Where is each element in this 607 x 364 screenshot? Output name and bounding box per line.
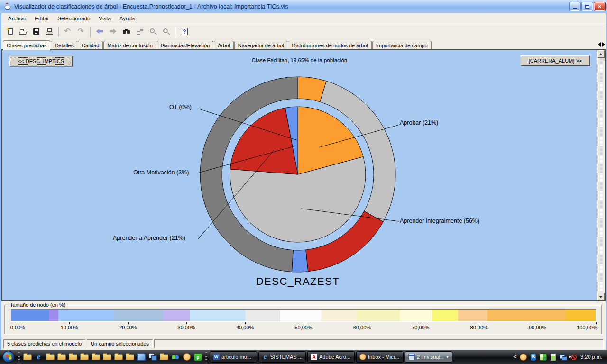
folder-quicklaunch-icon[interactable] (22, 351, 32, 363)
close-button[interactable]: × (594, 2, 605, 11)
new-button[interactable] (3, 26, 16, 38)
start-button[interactable] (2, 351, 15, 363)
zoom-in-button[interactable] (147, 26, 159, 38)
task-button-articulo-mo[interactable]: articulo mo... (210, 351, 257, 363)
mute-tray-icon[interactable] (569, 353, 577, 361)
zoom-out-button[interactable] (160, 26, 173, 38)
axis-tick-label: 20,00% (119, 325, 137, 330)
zoom-in-icon (148, 27, 158, 36)
ie-quicklaunch-icon[interactable] (34, 351, 44, 363)
folder-quicklaunch-icon[interactable] (113, 351, 123, 363)
axis-tick (421, 322, 421, 324)
menu-seleccionado[interactable]: Seleccionado (53, 14, 94, 23)
scale-segment (163, 310, 189, 321)
tab-clases-predichas[interactable]: Clases predichas (3, 40, 50, 49)
folder-quicklaunch-icon[interactable] (159, 351, 169, 363)
menu-archivo[interactable]: Archivo (4, 14, 30, 23)
toolbar-separator (58, 27, 59, 37)
hide-icons-chevron[interactable]: < (512, 354, 517, 360)
ie-icon (262, 354, 268, 360)
axis-tick (362, 322, 362, 324)
tab-navegador-de-arbol[interactable]: Navegador de árbol (234, 41, 288, 49)
back-button[interactable] (93, 26, 106, 38)
scrollbar-track[interactable] (597, 58, 605, 293)
quick-launch-handle[interactable] (18, 352, 20, 362)
scroll-down-icon[interactable] (597, 293, 605, 300)
taskband-handle[interactable] (205, 352, 207, 362)
tab-scroll-left-icon[interactable] (598, 42, 601, 47)
undo-button[interactable] (62, 26, 74, 38)
vertical-scrollbar[interactable] (597, 50, 605, 300)
print-button[interactable] (43, 26, 56, 38)
scale-segment (114, 310, 164, 321)
tab-bar: Clases predichasDetallesCalidadMatriz de… (1, 39, 606, 49)
forward-button[interactable] (107, 26, 120, 38)
axis-tick (596, 322, 597, 324)
tab-scroll-right-icon[interactable] (602, 42, 605, 47)
redo-button[interactable] (75, 26, 88, 38)
bluetooth-tray-icon[interactable] (529, 353, 537, 361)
node-size-title: Tamaño de nodo (en %) (8, 301, 67, 308)
tab-importancia-de-campo[interactable]: Importancia de campo (372, 41, 432, 49)
axis-tick-label: 10,00% (61, 325, 78, 330)
minimize-button[interactable] (570, 2, 580, 11)
tab-distribuciones-de-nodos-de-arbol[interactable]: Distribuciones de nodos de árbol (288, 41, 371, 49)
maximize-button[interactable] (582, 2, 593, 11)
window-title: Visualizador de clasificaciones de árbol… (14, 3, 567, 10)
slice-label-ot-0: OT (0%) (169, 104, 192, 110)
outlook-icon (359, 354, 366, 360)
reminder-tray-icon[interactable] (519, 353, 527, 361)
folder-quicklaunch-icon[interactable] (79, 351, 89, 363)
tab-arbol[interactable]: Árbol (214, 41, 234, 49)
tab-calidad[interactable]: Calidad (78, 41, 103, 49)
menu-bar: ArchivoEditarSeleccionadoVistaAyuda (1, 13, 606, 24)
chart-region: << DESC_IMPTICS Clase Facilitan, 19,65% … (2, 50, 597, 300)
task-button-label: Adobe Acro... (319, 354, 351, 360)
folder-quicklaunch-icon[interactable] (91, 351, 101, 363)
task-button-2-imvisual[interactable]: 2 imvisual...▼ (405, 351, 452, 363)
folder-quicklaunch-icon[interactable] (125, 351, 135, 363)
axis-tick (69, 322, 70, 324)
window-switcher-quicklaunch-icon[interactable] (147, 351, 157, 363)
ring-segment-otra-motivacion[interactable] (292, 250, 308, 272)
menu-ayuda[interactable]: Ayuda (115, 14, 139, 23)
zoom-region-button[interactable] (133, 26, 146, 38)
battery-tray-icon[interactable] (549, 353, 557, 361)
folder-quicklaunch-icon[interactable] (102, 351, 112, 363)
window-controls: × (570, 2, 605, 11)
task-button-adobe-acro[interactable]: Adobe Acro... (307, 351, 355, 363)
notification-area: <3:20 p.m. (512, 353, 606, 361)
axis-tick-label: 100,00% (577, 325, 597, 330)
utorrent-quicklaunch-icon[interactable] (193, 351, 203, 363)
tab-detalles[interactable]: Detalles (51, 41, 77, 49)
next-field-button[interactable]: [CARRERA_ALUM] >> (521, 55, 590, 66)
scroll-up-icon[interactable] (597, 50, 605, 58)
find-button[interactable] (120, 26, 133, 38)
folder-quicklaunch-icon[interactable] (56, 351, 66, 363)
scale-segment (566, 310, 596, 321)
chart-title: Clase Facilitan, 19,65% de la población (2, 57, 597, 63)
display-quicklaunch-icon[interactable] (136, 351, 146, 363)
menu-vista[interactable]: Vista (94, 14, 115, 23)
photos-tray-icon[interactable] (539, 353, 547, 361)
messenger-quicklaunch-icon[interactable] (170, 351, 180, 363)
title-bar: Visualizador de clasificaciones de árbol… (0, 0, 607, 13)
network-tray-icon[interactable] (559, 353, 567, 361)
task-button-sistemas[interactable]: SISTEMAS ... (258, 351, 306, 363)
chart-area: << DESC_IMPTICS Clase Facilitan, 19,65% … (1, 49, 606, 301)
folder-quicklaunch-icon[interactable] (45, 351, 55, 363)
taskbar-clock[interactable]: 3:20 p.m. (580, 354, 602, 360)
help-button[interactable] (178, 26, 191, 38)
outlook-reminder-quicklaunch-icon[interactable] (182, 351, 192, 363)
menu-editar[interactable]: Editar (30, 14, 53, 23)
save-button[interactable] (30, 26, 43, 38)
tab-matriz-de-confusion[interactable]: Matriz de confusión (103, 41, 156, 49)
open-button[interactable] (17, 26, 29, 38)
folder-quicklaunch-icon[interactable] (68, 351, 78, 363)
scale-segment (245, 310, 280, 321)
node-size-scale (11, 309, 596, 322)
task-button-inbox-micr[interactable]: Inbox - Micr... (356, 351, 404, 363)
axis-tick-label: 80,00% (470, 325, 488, 330)
tab-ganancias-elevacion[interactable]: Ganancias/Elevación (157, 41, 213, 49)
node-size-axis: 0,00%10,00%20,00%30,00%40,00%50,00%60,00… (11, 322, 596, 332)
